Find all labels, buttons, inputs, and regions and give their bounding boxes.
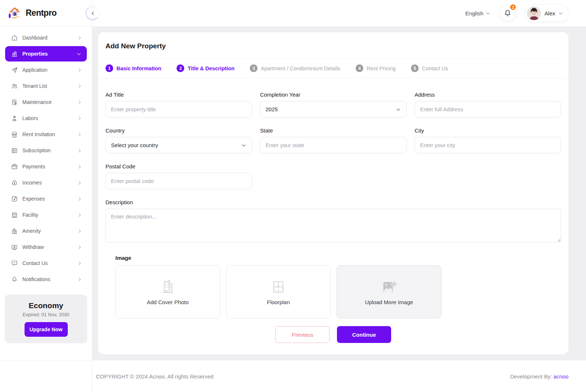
step-number: 1 <box>105 64 113 72</box>
page-footer: COPYRIGHT © 2024 Acnoo, All rights Reser… <box>92 361 586 392</box>
bell-icon <box>504 9 512 17</box>
completion-year-label: Completion Year <box>260 92 407 98</box>
brand-name: Rentpro <box>26 8 57 18</box>
state-input[interactable] <box>260 137 407 153</box>
sidebar-item-label: Incomes <box>22 180 77 186</box>
brand: Rentpro <box>0 0 92 26</box>
step-label: Rent Pricing <box>367 66 396 71</box>
sidebar-collapse-button[interactable] <box>86 6 99 20</box>
country-label: Country <box>105 127 252 134</box>
chevron-right-icon <box>77 277 81 281</box>
sidebar-item-label: Amenity <box>22 228 77 234</box>
sidebar-item-incomes[interactable]: Incomes <box>5 175 87 190</box>
sidebar-item-application[interactable]: Application <box>5 62 87 78</box>
chevron-right-icon <box>77 181 81 184</box>
description-textarea[interactable] <box>105 209 561 242</box>
state-label: State <box>260 127 407 134</box>
country-select[interactable]: Select your country <box>105 137 252 153</box>
incomes-icon <box>11 179 18 186</box>
sidebar-item-label: Dashboard <box>22 35 77 41</box>
previous-button[interactable]: Previous <box>275 326 330 343</box>
sidebar-item-tenant-list[interactable]: Tenant List <box>5 78 87 94</box>
country-field-group: Country Select your country <box>105 127 252 153</box>
completion-year-field-group: Completion Year 2025 <box>260 92 407 117</box>
chevron-down-icon <box>242 143 246 147</box>
sidebar-item-rent-invitation[interactable]: Rent Invitation <box>5 127 87 142</box>
contact-us-icon <box>11 260 18 267</box>
sidebar-item-properties[interactable]: Properties <box>5 46 87 61</box>
ad-title-input[interactable] <box>105 101 252 117</box>
add-cover-photo-card[interactable]: Add Cover Photo <box>115 265 220 318</box>
step-number: 2 <box>177 64 184 72</box>
image-card-label: Add Cover Photo <box>147 299 189 305</box>
expenses-icon <box>11 195 18 202</box>
sidebar-item-label: Application <box>22 67 77 73</box>
sidebar-item-payments[interactable]: Payments <box>5 159 87 174</box>
property-form: Ad Title Completion Year 2025 Address <box>98 78 568 343</box>
chevron-down-icon <box>397 108 400 111</box>
sidebar-item-expenses[interactable]: Expenses <box>5 191 87 206</box>
step-basic-information[interactable]: 1 Basic Information <box>105 64 161 72</box>
step-number: 4 <box>356 64 363 72</box>
acnoo-link[interactable]: acnoo <box>553 373 568 380</box>
plan-card: Economy Expired: 01 Nov, 2030 Upgrade No… <box>5 295 87 343</box>
sidebar-item-subscription[interactable]: Subscription <box>5 143 87 158</box>
chevron-right-icon <box>77 149 81 152</box>
upload-more-image-card[interactable]: Upload More Image <box>337 265 441 318</box>
city-field-group: City <box>415 127 561 153</box>
step-rent-pricing[interactable]: 4 Rent Pricing <box>356 64 396 72</box>
address-input[interactable] <box>415 101 561 117</box>
completion-year-select[interactable]: 2025 <box>260 101 407 117</box>
content-area: Add New Property 1 Basic Information 2 T… <box>92 26 586 361</box>
notifications-button[interactable]: 3 <box>500 5 516 21</box>
floorplan-icon <box>270 279 287 295</box>
sidebar-item-label: Labors <box>22 115 77 121</box>
avatar-image <box>527 6 541 20</box>
sidebar-item-labors[interactable]: Labors <box>5 111 87 126</box>
language-selector[interactable]: English <box>466 10 490 16</box>
notifications-icon <box>11 276 18 283</box>
sidebar: Rentpro Dashboard Properties Application… <box>0 0 92 392</box>
city-input[interactable] <box>415 137 561 153</box>
step-label: Contact Us <box>422 66 448 71</box>
plan-expiry: Expired: 01 Nov, 2030 <box>11 312 81 317</box>
sidebar-menu: Dashboard Properties Application Tenant … <box>0 26 92 288</box>
maintenance-icon <box>11 99 18 106</box>
address-label: Address <box>415 92 561 98</box>
chevron-right-icon <box>77 36 81 40</box>
language-label: English <box>466 10 483 16</box>
sidebar-item-amenity[interactable]: Amenity <box>5 223 87 239</box>
step-number: 5 <box>411 64 419 72</box>
sidebar-item-withdraw[interactable]: Withdraw <box>5 239 87 255</box>
step-contact-us[interactable]: 5 Contact Us <box>411 64 448 72</box>
floorplan-card[interactable]: Floorplan <box>226 265 331 318</box>
step-apartment-details[interactable]: 3 Apartment / Condominium Details <box>250 64 340 72</box>
chevron-right-icon <box>77 245 81 249</box>
tenant-list-icon <box>11 83 18 90</box>
user-name: Alex <box>545 10 555 16</box>
ad-title-label: Ad Title <box>105 92 252 98</box>
image-section-label: Image <box>115 255 561 261</box>
chevron-down-icon <box>486 11 490 15</box>
sidebar-item-contact-us[interactable]: Contact Us <box>5 255 87 271</box>
continue-button[interactable]: Continue <box>337 326 391 343</box>
postal-code-input[interactable] <box>105 173 252 189</box>
sidebar-item-notifications[interactable]: Notifications <box>5 272 87 287</box>
payments-icon <box>11 163 18 170</box>
sidebar-item-facility[interactable]: Facility <box>5 207 87 223</box>
rent-invitation-icon <box>11 131 18 138</box>
copyright-text: COPYRIGHT © 2024 Acnoo, All rights Reser… <box>96 373 214 380</box>
upgrade-now-button[interactable]: Upgrade Now <box>25 322 68 337</box>
sidebar-footer-spacer <box>0 361 92 392</box>
step-label: Title & Description <box>188 66 234 71</box>
page-title: Add New Property <box>105 42 561 50</box>
user-menu[interactable]: Alex <box>525 5 568 22</box>
sidebar-item-label: Expenses <box>22 196 77 202</box>
sidebar-item-maintenance[interactable]: Maintenance <box>5 94 87 110</box>
step-number: 3 <box>250 64 257 72</box>
sidebar-item-dashboard[interactable]: Dashboard <box>5 30 87 45</box>
sidebar-item-label: Notifications <box>22 276 77 282</box>
sidebar-item-label: Facility <box>22 212 77 218</box>
dashboard-icon <box>11 34 18 41</box>
step-title-description[interactable]: 2 Title & Description <box>177 64 234 72</box>
